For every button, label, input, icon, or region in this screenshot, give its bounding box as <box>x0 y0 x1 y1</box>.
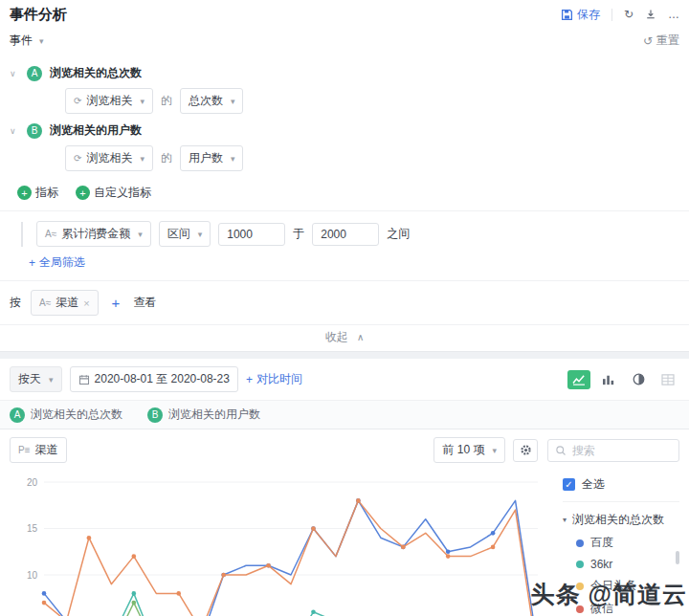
bar-chart-icon <box>602 374 615 385</box>
metric-title: 浏览相关的用户数 <box>50 122 142 139</box>
filter-operator-select[interactable]: 区间 ▾ <box>159 221 211 247</box>
save-icon <box>561 9 573 21</box>
plus-icon: + <box>246 373 253 386</box>
series-line <box>44 500 538 616</box>
caret-down-icon: ▾ <box>492 446 497 455</box>
metric-controls-b: ⟳ 浏览相关 ▾ 的 用户数 ▾ <box>65 145 679 171</box>
chart-panel: P≡ 渠道 前 10 项 ▾ 0510152008-0108-0308-0508… <box>0 429 689 616</box>
plus-icon: + <box>29 256 35 270</box>
svg-text:15: 15 <box>27 523 38 534</box>
top-n-select[interactable]: 前 10 项 ▾ <box>433 437 505 463</box>
legend-search-box <box>547 439 679 462</box>
legend-group-title: 浏览相关的总次数 <box>572 512 664 528</box>
add-group-button[interactable]: + <box>108 295 124 311</box>
line-chart-icon <box>572 374 586 385</box>
filter-min-input[interactable] <box>218 223 285 246</box>
gear-icon <box>520 444 532 456</box>
search-input[interactable] <box>572 444 668 457</box>
collapse-bar[interactable]: 收起 ∧ <box>0 324 689 351</box>
legend-item-label: 36kr <box>590 558 612 571</box>
event-type-icon: ⟳ <box>74 96 81 106</box>
series-color-dot <box>576 605 584 613</box>
caret-down-icon: ▾ <box>198 230 203 239</box>
chip-badge: A <box>10 407 25 423</box>
field-type-icon: A≈ <box>39 297 51 308</box>
aggregation-select[interactable]: 用户数 ▾ <box>180 145 244 171</box>
legend-item[interactable]: 百度 <box>563 535 679 551</box>
chip-label: 浏览相关的总次数 <box>31 407 122 423</box>
chip-label: 浏览相关的用户数 <box>168 407 260 423</box>
metric-badge-a: A <box>27 66 42 81</box>
caret-down-icon: ▾ <box>138 230 143 239</box>
refresh-icon: ↻ <box>624 8 633 21</box>
reset-button[interactable]: ↺ 重置 <box>643 33 679 49</box>
svg-text:20: 20 <box>27 477 38 488</box>
series-color-dot <box>576 583 584 590</box>
filter-field-select[interactable]: A≈ 累计消费金额 ▾ <box>36 221 151 247</box>
chart-type-switcher <box>567 370 679 389</box>
global-filter-row: + 全局筛选 <box>0 247 689 280</box>
event-select[interactable]: ⟳ 浏览相关 ▾ <box>65 145 153 171</box>
line-chart-type-button[interactable] <box>567 370 590 389</box>
panel-header: P≡ 渠道 前 10 项 ▾ <box>10 437 679 463</box>
bar-chart-type-button[interactable] <box>597 370 620 389</box>
table-chart-icon <box>661 374 675 385</box>
dimension-button-channel[interactable]: P≡ 渠道 <box>10 437 67 463</box>
caret-down-icon: ▾ <box>563 516 567 524</box>
settings-button[interactable] <box>513 439 538 462</box>
chip-badge: B <box>147 407 163 423</box>
line-chart[interactable]: 0510152008-0108-0308-0508-0708-0908-1108… <box>10 469 551 616</box>
field-type-icon: A≈ <box>45 229 56 239</box>
download-icon <box>645 9 656 20</box>
top-header: 事件分析 保存 ↻ … <box>0 0 689 29</box>
refresh-button[interactable]: ↻ <box>624 8 633 21</box>
between-label: 于 <box>293 226 304 242</box>
select-all-row[interactable]: ✓ 全选 <box>563 476 679 502</box>
chart-toolbar: 按天 ▾ 2020-08-01 至 2020-08-23 + 对比时间 <box>0 359 689 400</box>
remove-tag-icon[interactable]: × <box>83 297 89 309</box>
metric-chips-row: A浏览相关的总次数B浏览相关的用户数 <box>0 400 689 429</box>
legend-item[interactable]: 36kr <box>563 558 679 571</box>
event-dropdown[interactable]: 事件 ▾ <box>10 33 44 49</box>
pie-chart-type-button[interactable] <box>627 370 650 389</box>
legend-item[interactable]: 微信 <box>563 601 679 616</box>
legend-item[interactable]: 今日头条 <box>563 578 679 594</box>
group-tag-channel[interactable]: A≈ 渠道 × <box>31 290 99 316</box>
more-button[interactable]: … <box>668 8 679 21</box>
metric-title: 浏览相关的总次数 <box>50 65 142 81</box>
caret-down-icon: ▾ <box>231 97 235 106</box>
metric-chip[interactable]: B浏览相关的用户数 <box>147 407 260 423</box>
view-button[interactable]: 查看 <box>133 295 156 311</box>
metric-chip[interactable]: A浏览相关的总次数 <box>10 407 122 423</box>
series-line <box>44 603 538 616</box>
aggregation-select[interactable]: 总次数 ▾ <box>180 88 244 114</box>
add-global-filter-button[interactable]: + 全局筛选 <box>29 254 85 271</box>
caret-down-icon: ▾ <box>39 36 44 46</box>
filter-max-input[interactable] <box>312 223 379 246</box>
chevron-down-icon[interactable]: ∨ <box>10 126 19 136</box>
granularity-select[interactable]: 按天 ▾ <box>10 366 62 392</box>
add-custom-metric-button[interactable]: + 自定义指标 <box>76 185 151 201</box>
section-gap <box>0 351 689 359</box>
add-metric-button[interactable]: + 指标 <box>17 185 58 201</box>
legend-scrollbar[interactable] <box>676 551 679 564</box>
compare-time-button[interactable]: + 对比时间 <box>246 371 302 387</box>
legend-group-header[interactable]: ▾浏览相关的总次数 <box>563 512 679 528</box>
svg-text:10: 10 <box>27 570 38 581</box>
legend-panel: ✓ 全选 ▾浏览相关的总次数百度36kr今日头条微信地推▾浏览相关的用户数百度3… <box>551 469 679 616</box>
table-chart-type-button[interactable] <box>656 370 679 389</box>
event-type-icon: ⟳ <box>74 153 81 164</box>
metric-badge-b: B <box>27 123 42 139</box>
group-by-label: 按 <box>10 295 21 311</box>
event-select[interactable]: ⟳ 浏览相关 ▾ <box>65 88 153 114</box>
indent-bar <box>21 222 23 247</box>
date-range-picker[interactable]: 2020-08-01 至 2020-08-23 <box>70 366 238 392</box>
legend-item-label: 今日头条 <box>590 578 636 594</box>
pie-chart-icon <box>633 373 645 385</box>
checkbox-checked-icon[interactable]: ✓ <box>563 478 575 491</box>
reset-icon: ↺ <box>643 34 653 48</box>
download-button[interactable] <box>645 9 656 20</box>
metric-row-b: ∨ B 浏览相关的用户数 <box>10 122 679 139</box>
chevron-down-icon[interactable]: ∨ <box>10 69 19 78</box>
save-button[interactable]: 保存 <box>561 7 600 23</box>
